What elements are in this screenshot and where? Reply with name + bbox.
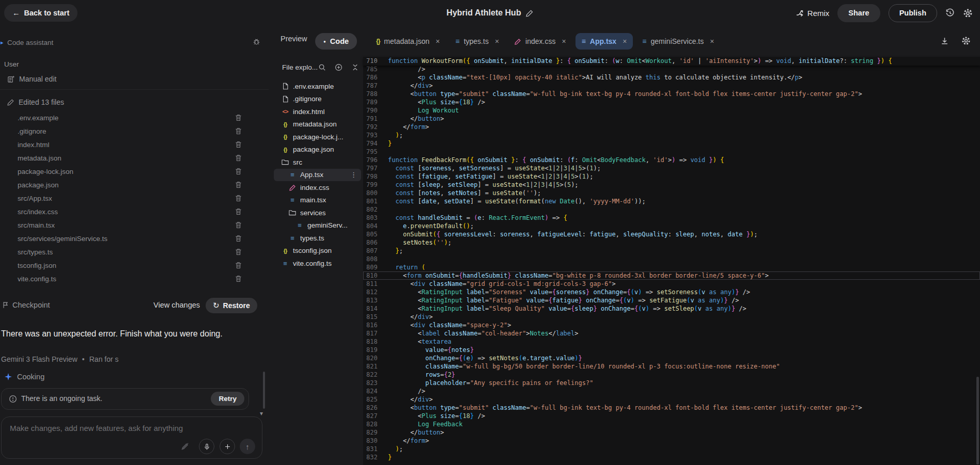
close-tab-icon[interactable]: × bbox=[710, 37, 714, 45]
code-line-818[interactable]: 818 <textarea bbox=[363, 338, 980, 346]
edited-file-row[interactable]: src/main.tsx bbox=[0, 219, 269, 231]
tree-item-geminiServ...[interactable]: ≡geminiServ... bbox=[269, 219, 363, 232]
code-line-792[interactable]: 792 </form> bbox=[363, 123, 980, 131]
code-line-809[interactable]: 809 return ( bbox=[363, 263, 980, 271]
edited-file-row[interactable]: src/App.tsx bbox=[0, 193, 269, 204]
code-line-800[interactable]: 800 const [notes, setNotes] = useState('… bbox=[363, 189, 980, 197]
back-to-start-button[interactable]: ← Back to start bbox=[4, 4, 77, 22]
code-line-807[interactable]: 807 }; bbox=[363, 247, 980, 255]
tree-item-index.css[interactable]: index.css bbox=[269, 181, 363, 194]
close-tab-icon[interactable]: × bbox=[623, 37, 627, 45]
sticky-context-line[interactable]: 710function WorkoutForm({ onSubmit, init… bbox=[363, 57, 980, 66]
code-line-801[interactable]: 801 const [date, setDate] = useState(for… bbox=[363, 197, 980, 205]
code-line-815[interactable]: 815 </div> bbox=[363, 313, 980, 321]
code-line-791[interactable]: 791 </button> bbox=[363, 115, 980, 123]
code-line-785[interactable]: 785 /> bbox=[363, 65, 980, 73]
edited-file-row[interactable]: vite.config.ts bbox=[0, 273, 269, 284]
code-line-829[interactable]: 829 </button> bbox=[363, 428, 980, 437]
edited-file-row[interactable]: src/index.css bbox=[0, 206, 269, 217]
code-line-828[interactable]: 828 Log Feedback bbox=[363, 420, 980, 428]
code-line-797[interactable]: 797 const [soreness, setSoreness] = useS… bbox=[363, 164, 980, 172]
retry-button[interactable]: Retry bbox=[211, 392, 244, 406]
code-line-817[interactable]: 817 <label className="col-header">Notes<… bbox=[363, 329, 980, 338]
edited-file-row[interactable]: src/types.ts bbox=[0, 246, 269, 258]
edit-title-pencil-icon[interactable] bbox=[526, 9, 534, 17]
edited-file-row[interactable]: tsconfig.json bbox=[0, 260, 269, 271]
code-line-786[interactable]: 786 <p className="text-[10px] opacity-40… bbox=[363, 73, 980, 82]
code-line-813[interactable]: 813 <RatingInput label="Fatigue" value={… bbox=[363, 296, 980, 304]
tree-item-.env.example[interactable]: .env.example bbox=[269, 80, 363, 92]
kebab-menu-icon[interactable]: ⋮ bbox=[350, 171, 357, 179]
delete-file-trash-icon[interactable] bbox=[235, 168, 242, 175]
tree-item-src[interactable]: src bbox=[269, 156, 363, 168]
delete-file-trash-icon[interactable] bbox=[235, 248, 242, 255]
code-line-827[interactable]: 827 <Plus size={18} /> bbox=[363, 412, 980, 420]
edited-file-row[interactable]: .env.example bbox=[0, 112, 269, 123]
delete-file-trash-icon[interactable] bbox=[235, 275, 242, 282]
tree-item-index.html[interactable]: <>index.html bbox=[269, 105, 363, 118]
code-editor[interactable]: 710function WorkoutForm({ onSubmit, init… bbox=[363, 57, 980, 465]
delete-file-trash-icon[interactable] bbox=[235, 235, 242, 242]
edited-files-entry[interactable]: Edited 13 files bbox=[0, 96, 269, 108]
delete-file-trash-icon[interactable] bbox=[235, 114, 242, 121]
file-tab-App.tsx[interactable]: ≡App.tsx× bbox=[575, 33, 633, 50]
remix-button[interactable]: Remix bbox=[796, 9, 830, 18]
delete-file-trash-icon[interactable] bbox=[235, 262, 242, 269]
delete-file-trash-icon[interactable] bbox=[235, 208, 242, 215]
tree-item-tsconfig.json[interactable]: {}tsconfig.json bbox=[269, 245, 363, 257]
settings-gear-icon[interactable] bbox=[963, 8, 973, 18]
code-line-795[interactable]: 795 bbox=[363, 148, 980, 156]
code-toggle[interactable]: ● Code bbox=[315, 33, 357, 50]
code-line-804[interactable]: 804 e.preventDefault(); bbox=[363, 222, 980, 230]
code-line-826[interactable]: 826 <button type="submit" className="w-f… bbox=[363, 404, 980, 412]
edited-file-row[interactable]: .gitignore bbox=[0, 125, 269, 137]
code-line-802[interactable]: 802 bbox=[363, 205, 980, 214]
tree-item-main.tsx[interactable]: ≡main.tsx bbox=[269, 194, 363, 206]
edited-file-row[interactable]: package-lock.json bbox=[0, 166, 269, 177]
file-tab-index.css[interactable]: index.css× bbox=[508, 33, 572, 50]
code-line-820[interactable]: 820 onChange={(e) => setNotes(e.target.v… bbox=[363, 354, 980, 362]
code-line-808[interactable]: 808 bbox=[363, 255, 980, 263]
code-line-790[interactable]: 790 Log Workout bbox=[363, 106, 980, 115]
tree-item-types.ts[interactable]: ≡types.ts bbox=[269, 232, 363, 244]
editor-scrollbar[interactable] bbox=[976, 377, 979, 464]
delete-file-trash-icon[interactable] bbox=[235, 181, 242, 188]
code-line-816[interactable]: 816 <div className="space-y-2"> bbox=[363, 321, 980, 329]
collapse-panel-icon[interactable] bbox=[351, 63, 359, 71]
code-line-810[interactable]: 810 <form onSubmit={handleSubmit} classN… bbox=[363, 271, 980, 280]
chat-scrollbar[interactable] bbox=[263, 372, 265, 409]
code-line-788[interactable]: 788 <button type="submit" className="w-f… bbox=[363, 90, 980, 98]
code-line-823[interactable]: 823 placeholder="Any specific pains or f… bbox=[363, 379, 980, 387]
delete-file-trash-icon[interactable] bbox=[235, 195, 242, 202]
delete-file-trash-icon[interactable] bbox=[235, 221, 242, 229]
edited-file-row[interactable]: src/services/geminiService.ts bbox=[0, 233, 269, 244]
bug-report-icon[interactable] bbox=[253, 38, 260, 45]
code-line-794[interactable]: 794} bbox=[363, 139, 980, 148]
code-line-798[interactable]: 798 const [fatigue, setFatigue] = useSta… bbox=[363, 172, 980, 181]
add-attachment-button[interactable] bbox=[220, 439, 235, 454]
tree-item-package.json[interactable]: {}package.json bbox=[269, 143, 363, 156]
search-icon[interactable] bbox=[318, 63, 326, 71]
code-line-789[interactable]: 789 <Plus size={18} /> bbox=[363, 98, 980, 106]
microphone-button[interactable] bbox=[199, 439, 214, 454]
close-tab-icon[interactable]: × bbox=[435, 37, 440, 45]
restore-button[interactable]: ↻ Restore bbox=[206, 298, 257, 313]
code-line-811[interactable]: 811 <div className="grid grid-cols-1 md:… bbox=[363, 280, 980, 288]
code-line-821[interactable]: 821 className="w-full bg-bg/50 border bo… bbox=[363, 362, 980, 371]
publish-button[interactable]: Publish bbox=[889, 4, 937, 22]
tree-item-metadata.json[interactable]: {}metadata.json bbox=[269, 118, 363, 131]
code-line-832[interactable]: 832} bbox=[363, 453, 980, 461]
tree-item-vite.config.ts[interactable]: ≡vite.config.ts bbox=[269, 257, 363, 269]
delete-file-trash-icon[interactable] bbox=[235, 154, 242, 162]
code-line-796[interactable]: 796function FeedbackForm({ onSubmit }: {… bbox=[363, 156, 980, 164]
edited-file-row[interactable]: metadata.json bbox=[0, 152, 269, 164]
manual-edit-entry[interactable]: Manual edit bbox=[0, 73, 269, 85]
file-tab-types.ts[interactable]: ≡types.ts× bbox=[449, 33, 505, 50]
view-changes-button[interactable]: View changes bbox=[153, 301, 200, 309]
tree-item-services[interactable]: services bbox=[269, 206, 363, 219]
delete-file-trash-icon[interactable] bbox=[235, 127, 242, 135]
panel-collapse-icon[interactable]: ▸ bbox=[1, 39, 4, 46]
code-line-831[interactable]: 831 ); bbox=[363, 445, 980, 453]
edited-file-row[interactable]: package.json bbox=[0, 179, 269, 190]
scroll-down-icon[interactable]: ▾ bbox=[260, 410, 263, 417]
